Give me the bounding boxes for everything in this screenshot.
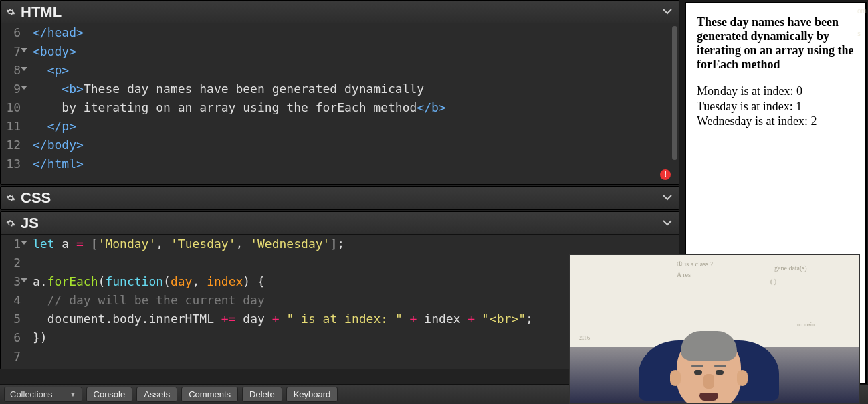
js-panel-title: JS	[21, 215, 39, 232]
person-icon	[639, 340, 779, 404]
triangle-down-icon: ▼	[70, 391, 76, 398]
chevron-down-icon[interactable]	[660, 6, 675, 18]
css-panel-header: CSS	[1, 187, 679, 209]
html-panel-header: HTML	[1, 1, 679, 23]
preview-line: Tuesday is at index: 1	[697, 99, 855, 114]
webcam-overlay: ① is a class ? A res gene data(s) ( ) 20…	[569, 254, 860, 404]
keyboard-button[interactable]: Keyboard	[286, 387, 338, 402]
html-code[interactable]: </head> <body> <p> <b>These day names ha…	[25, 23, 679, 184]
gear-icon[interactable]	[5, 217, 17, 229]
preview-output: Monday is at index: 0 Tuesday is at inde…	[697, 84, 855, 128]
collections-select[interactable]: Collections ▼	[4, 387, 82, 402]
preview-heading: These day names have been generated dyna…	[697, 15, 855, 72]
console-button[interactable]: Console	[86, 387, 133, 402]
delete-button[interactable]: Delete	[242, 387, 282, 402]
gear-icon[interactable]	[5, 6, 17, 18]
html-editor[interactable]: 6 7 8 9 10 11 12 13 </head> <body> <p> <…	[1, 23, 679, 184]
js-gutter: 1 2 3 4 5 6 7	[1, 235, 25, 369]
chevron-down-icon[interactable]	[660, 192, 675, 204]
gear-icon[interactable]	[5, 192, 17, 204]
js-panel-header: JS	[1, 212, 679, 235]
css-panel: CSS	[0, 186, 679, 210]
collections-label: Collections	[10, 389, 53, 399]
comments-button[interactable]: Comments	[181, 387, 238, 402]
chevron-down-icon[interactable]	[660, 217, 675, 229]
html-panel: HTML 6 7 8 9 10 11 12 13 </head> <body>	[0, 0, 679, 185]
preview-line: Wednesday is at index: 2	[697, 114, 855, 128]
preview-line: Monday is at index: 0	[697, 84, 855, 99]
assets-button[interactable]: Assets	[136, 387, 177, 402]
css-panel-title: CSS	[21, 189, 51, 207]
html-panel-title: HTML	[21, 3, 62, 21]
error-badge-icon[interactable]: !	[660, 169, 671, 180]
html-gutter: 6 7 8 9 10 11 12 13	[1, 23, 25, 184]
scrollbar[interactable]	[672, 26, 677, 160]
